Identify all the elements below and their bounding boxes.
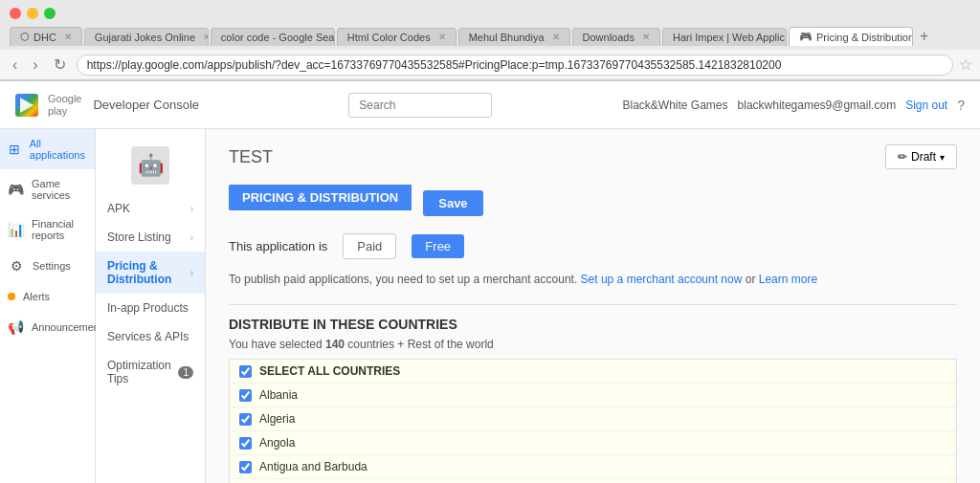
page-title: TEST: [229, 147, 273, 167]
app-is-label: This application is: [229, 239, 327, 253]
app-layout: ⊞ All applications 🎮 Game services 📊 Fin…: [0, 129, 980, 483]
logo-icon: [15, 94, 38, 117]
tab-html-color[interactable]: Html Color Codes ✕: [337, 28, 457, 46]
search-input[interactable]: [348, 93, 492, 118]
countries-list: SELECT ALL COUNTRIES Albania Algeria: [229, 359, 957, 483]
sub-nav-in-app[interactable]: In-app Products: [96, 294, 205, 322]
dev-console-label: Developer Console: [93, 98, 199, 112]
user-name: Black&White Games: [623, 99, 728, 112]
tab-pricing[interactable]: 🎮 Pricing & Distribution - Te... ✕: [789, 27, 913, 46]
chevron-down-icon: ▾: [940, 152, 945, 163]
select-all-label: SELECT ALL COUNTRIES: [259, 364, 400, 378]
browser-chrome: ⬡ DHC ✕ Gujarati Jokes Online ✕ color co…: [0, 0, 980, 81]
page-title-bar: TEST ✏ Draft ▾: [229, 144, 957, 169]
sub-nav-services[interactable]: Services & APIs: [96, 322, 205, 351]
save-button[interactable]: Save: [423, 190, 482, 216]
game-icon: 🎮: [8, 182, 24, 197]
sub-nav-optimization[interactable]: Optimization Tips 1: [96, 351, 205, 393]
country-row-antigua: Antigua and Barbuda: [230, 455, 956, 479]
country-checkbox-angola[interactable]: [239, 437, 252, 450]
paid-button[interactable]: Paid: [343, 233, 396, 259]
sidebar: ⊞ All applications 🎮 Game services 📊 Fin…: [0, 129, 96, 483]
merchant-text: To publish paid applications, you need t…: [229, 271, 957, 289]
tab-close-icon[interactable]: ✕: [64, 32, 72, 42]
selection-info: You have selected 140 countries + Rest o…: [229, 338, 957, 351]
this-app-is-row: This application is Paid Free: [229, 233, 957, 259]
app-icon-area: 🤖: [96, 137, 205, 194]
tab-close-icon[interactable]: ✕: [438, 32, 446, 42]
sidebar-item-all-applications[interactable]: ⊞ All applications: [0, 129, 95, 169]
forward-button[interactable]: ›: [28, 55, 42, 76]
android-icon: 🤖: [131, 146, 169, 185]
country-row-algeria: Algeria: [230, 407, 956, 431]
user-email: blackwhitegames9@gmail.com: [738, 99, 897, 112]
free-button[interactable]: Free: [412, 234, 464, 258]
svg-marker-0: [20, 98, 33, 113]
minimize-light[interactable]: [27, 8, 38, 19]
country-row-argentina: Argentina: [230, 479, 956, 483]
sidebar-item-label: Financial reports: [32, 218, 87, 241]
sidebar-item-game-services[interactable]: 🎮 Game services: [0, 169, 95, 209]
back-button[interactable]: ‹: [8, 55, 22, 76]
tab-dhc[interactable]: ⬡ DHC ✕: [10, 27, 82, 46]
sidebar-item-financial-reports[interactable]: 📊 Financial reports: [0, 209, 95, 250]
tab-close-icon[interactable]: ✕: [203, 32, 209, 42]
grid-icon: ⊞: [8, 142, 22, 157]
content-area: TEST ✏ Draft ▾ PRICING & DISTRIBUTION Sa…: [206, 129, 980, 483]
top-header: Google play Developer Console Black&Whit…: [0, 81, 980, 129]
chart-icon: 📊: [8, 222, 24, 237]
new-tab-button[interactable]: +: [915, 26, 933, 47]
merchant-link-setup[interactable]: Set up a merchant account now: [581, 273, 743, 286]
content-inner: TEST ✏ Draft ▾ PRICING & DISTRIBUTION Sa…: [206, 129, 980, 483]
divider: [229, 304, 957, 305]
sub-nav: 🤖 APK › Store Listing › Pricing & Distri…: [96, 129, 206, 483]
select-all-row[interactable]: SELECT ALL COUNTRIES: [230, 360, 956, 384]
reload-button[interactable]: ↻: [49, 54, 71, 76]
sidebar-item-label: Alerts: [23, 291, 50, 302]
address-bar[interactable]: [77, 55, 953, 76]
sidebar-item-label: Settings: [33, 260, 71, 272]
sidebar-nav: ⊞ All applications 🎮 Game services 📊 Fin…: [0, 129, 95, 483]
tab-mehul[interactable]: Mehul Bhundiya ✕: [458, 28, 570, 46]
tab-hari-impex[interactable]: Hari Impex | Web Applic... ✕: [662, 28, 787, 46]
pencil-icon: ✏: [898, 150, 907, 164]
tab-downloads[interactable]: Downloads ✕: [572, 28, 660, 46]
sub-nav-apk[interactable]: APK ›: [96, 194, 205, 223]
alert-dot-icon: [8, 293, 15, 300]
country-checkbox-albania[interactable]: [239, 389, 252, 402]
merchant-link-learn[interactable]: Learn more: [759, 273, 817, 286]
sub-nav-store-listing[interactable]: Store Listing ›: [96, 223, 205, 252]
traffic-lights: [0, 0, 980, 23]
country-row-angola: Angola: [230, 431, 956, 455]
tab-gujarati[interactable]: Gujarati Jokes Online ✕: [84, 28, 209, 46]
tab-close-icon[interactable]: ✕: [552, 32, 560, 42]
distribute-section-title: DISTRIBUTE IN THESE COUNTRIES: [229, 317, 957, 332]
sidebar-item-alerts[interactable]: Alerts: [0, 282, 95, 311]
country-row-albania: Albania: [230, 384, 956, 407]
close-light[interactable]: [10, 8, 21, 19]
optimization-badge: 1: [178, 366, 193, 379]
main-content: 🤖 APK › Store Listing › Pricing & Distri…: [96, 129, 980, 483]
chevron-right-icon: ›: [190, 204, 193, 214]
maximize-light[interactable]: [44, 8, 56, 19]
sidebar-item-announcements[interactable]: 📢 Announcements: [0, 311, 95, 343]
user-info: Black&White Games blackwhitegames9@gmail…: [623, 98, 965, 113]
sign-out-link[interactable]: Sign out: [905, 99, 947, 112]
chevron-right-icon: ›: [190, 268, 193, 278]
sub-nav-pricing[interactable]: Pricing & Distribution ›: [96, 252, 205, 294]
logo-text: Google play: [48, 93, 81, 116]
tab-close-icon[interactable]: ✕: [642, 32, 650, 42]
select-all-checkbox[interactable]: [239, 365, 252, 378]
country-checkbox-algeria[interactable]: [239, 413, 252, 426]
tab-color-code[interactable]: color code - Google Sea... ✕: [211, 28, 335, 46]
sidebar-item-label: Game services: [32, 178, 87, 201]
help-icon[interactable]: ?: [957, 98, 965, 113]
sidebar-item-settings[interactable]: ⚙ Settings: [0, 250, 95, 282]
section-header-row: PRICING & DISTRIBUTION Save: [229, 185, 957, 222]
google-play-logo: Google play: [15, 93, 81, 116]
announcements-icon: 📢: [8, 319, 24, 335]
country-checkbox-antigua[interactable]: [239, 461, 252, 473]
draft-button[interactable]: ✏ Draft ▾: [885, 144, 957, 169]
bookmark-icon[interactable]: ☆: [959, 55, 972, 74]
chevron-right-icon: ›: [190, 232, 193, 243]
